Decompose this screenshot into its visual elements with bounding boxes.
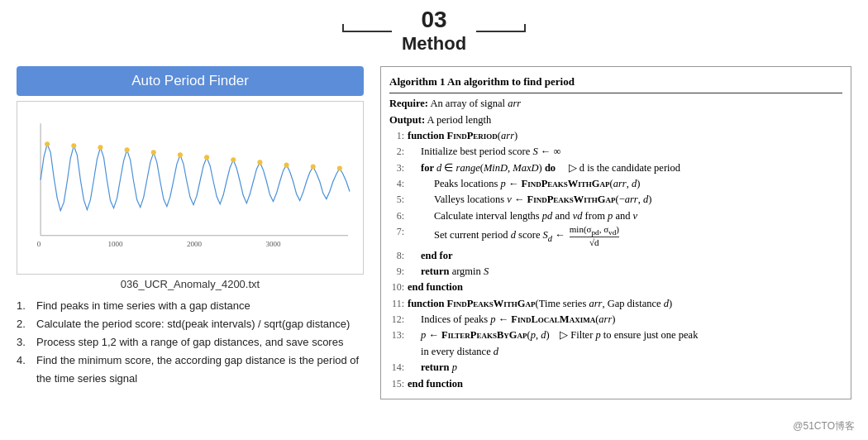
algo-line-10: 10: end function <box>389 280 842 295</box>
chart-area: 0 1000 2000 3000 <box>17 101 364 275</box>
algo-require: Require: An array of signal arr <box>389 96 842 112</box>
algo-title: Algorithm 1 An algorithm to find period <box>389 74 842 93</box>
algorithm-box: Algorithm 1 An algorithm to find period … <box>380 66 851 399</box>
svg-point-16 <box>311 164 316 169</box>
bullet-list: 1. Find peaks in time series with a gap … <box>17 297 364 388</box>
algo-line-4: 4: Peaks locations p ← FindPeaksWithGap(… <box>389 176 842 192</box>
svg-text:3000: 3000 <box>265 240 281 248</box>
svg-point-12 <box>204 155 209 160</box>
list-item: 2. Calculate the period score: std(peak … <box>17 315 364 333</box>
algo-require-text: Require: An array of signal arr <box>389 96 842 112</box>
algo-line-13b: in every distance d <box>389 344 842 360</box>
time-series-chart: 0 1000 2000 3000 <box>24 105 356 258</box>
bracket-right <box>476 31 526 32</box>
page-wrapper: 03 Method Auto Period Finder 0 1000 2000… <box>0 0 868 440</box>
svg-text:0: 0 <box>37 240 41 248</box>
algo-line-3: 3: for d ∈ range(MinD, MaxD) do ▷ d is t… <box>389 160 842 176</box>
list-item: 4. Find the minimum score, the according… <box>17 352 364 388</box>
algo-line-14: 14: return p <box>389 360 842 375</box>
algo-line-7: 7: Set current period d score Sd ← min(σ… <box>389 224 842 247</box>
algo-line-1: 1: function FindPeriod(arr) <box>389 128 842 144</box>
svg-point-15 <box>284 162 289 167</box>
watermark: @51CTO博客 <box>793 419 855 433</box>
apf-banner: Auto Period Finder <box>17 66 364 96</box>
svg-text:1000: 1000 <box>108 240 124 248</box>
algo-line-12: 12: Indices of peaks p ← FindLocalMaxima… <box>389 312 842 328</box>
svg-point-11 <box>178 152 183 157</box>
algo-line-2: 2: Initialize best period score S ← ∞ <box>389 144 842 160</box>
bracket-left <box>342 31 392 32</box>
svg-point-7 <box>71 143 76 148</box>
list-num: 3. <box>17 333 31 352</box>
algo-line-11: 11: function FindPeaksWithGap(Time serie… <box>389 296 842 312</box>
algo-line-15: 15: end function <box>389 376 842 392</box>
algo-line-8: 8: end for <box>389 248 842 264</box>
chart-filename: 036_UCR_Anomaly_4200.txt <box>17 278 364 290</box>
list-item: 1. Find peaks in time series with a gap … <box>17 297 364 315</box>
header-number: 03 <box>402 8 466 31</box>
svg-point-14 <box>257 160 262 165</box>
header-title: Method <box>402 33 466 55</box>
svg-point-8 <box>98 145 103 150</box>
svg-point-17 <box>337 165 342 170</box>
list-item: 3. Process step 1,2 with a range of gap … <box>17 333 364 352</box>
header: 03 Method <box>17 8 851 55</box>
algo-line-9: 9: return argmin S <box>389 264 842 280</box>
algo-line-13: 13: p ← FilterPeaksByGap(p, d) ▷ Filter … <box>389 328 842 343</box>
svg-point-6 <box>45 141 50 146</box>
algo-line-6: 6: Calculate interval lengths pd and vd … <box>389 208 842 224</box>
left-column: Auto Period Finder 0 1000 2000 3000 <box>17 66 364 388</box>
list-text: Find peaks in time series with a gap dis… <box>36 297 250 315</box>
header-bracket: 03 Method <box>342 8 526 55</box>
list-num: 4. <box>17 352 31 388</box>
svg-point-9 <box>125 147 130 152</box>
svg-point-10 <box>151 150 156 155</box>
algo-output-text: Output: A period length <box>389 112 842 128</box>
list-num: 2. <box>17 315 31 333</box>
list-text: Find the minimum score, the according ga… <box>36 352 359 388</box>
algo-title-text: Algorithm 1 An algorithm to find period <box>389 75 575 88</box>
list-text: Process step 1,2 with a range of gap dis… <box>36 333 343 352</box>
list-text: Calculate the period score: std(peak int… <box>36 315 350 333</box>
algo-line-5: 5: Valleys locations v ← FindPeaksWithGa… <box>389 192 842 208</box>
svg-text:2000: 2000 <box>187 240 203 248</box>
svg-point-13 <box>231 157 236 162</box>
list-num: 1. <box>17 297 31 315</box>
algo-output: Output: A period length <box>389 112 842 128</box>
content-area: Auto Period Finder 0 1000 2000 3000 <box>17 66 851 399</box>
